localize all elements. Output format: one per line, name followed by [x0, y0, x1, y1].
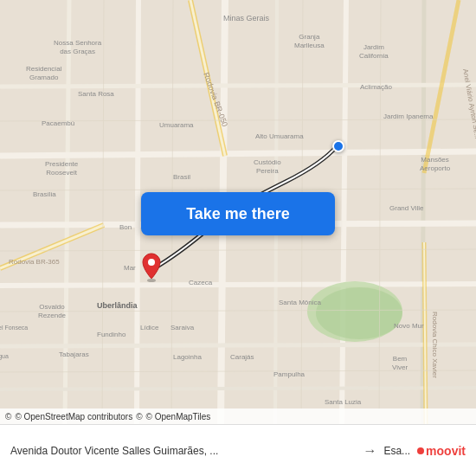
footer-from-address: Avenida Doutor Vicente Salles Guimarães,…	[10, 445, 356, 457]
attribution-sep: ©	[136, 412, 142, 421]
svg-line-2	[137, 0, 138, 424]
moovit-logo-dot	[417, 447, 424, 454]
svg-point-21	[316, 287, 402, 339]
footer-bar: Avenida Doutor Vicente Salles Guimarães,…	[0, 424, 476, 476]
attribution-copyright: ©	[5, 412, 11, 421]
take-me-there-button[interactable]: Take me there	[141, 192, 335, 235]
moovit-logo: moovit	[417, 444, 466, 458]
moovit-logo-text: moovit	[426, 444, 466, 458]
svg-point-36	[148, 259, 155, 266]
origin-dot	[332, 140, 344, 152]
svg-line-12	[0, 388, 476, 389]
map-container: Rodovia BR-050 Rodovia BR-365 Rodovia Ch…	[0, 0, 476, 424]
attribution-osmtiles: © OpenMapTiles	[146, 412, 211, 421]
svg-line-10	[0, 85, 476, 87]
svg-text:Rodovia BR-365: Rodovia BR-365	[9, 258, 60, 266]
svg-line-7	[0, 151, 476, 156]
attribution-bar: © © OpenStreetMap contributors © © OpenM…	[0, 408, 476, 424]
attribution-osm: © OpenStreetMap contributors	[15, 412, 132, 421]
svg-line-9	[0, 284, 476, 286]
footer-arrow-icon: →	[363, 443, 376, 459]
svg-line-11	[0, 344, 476, 346]
svg-text:Rodovia Chico Xavier: Rodovia Chico Xavier	[431, 312, 439, 378]
footer-to-address: Esa...	[383, 445, 410, 457]
destination-pin	[140, 253, 163, 282]
